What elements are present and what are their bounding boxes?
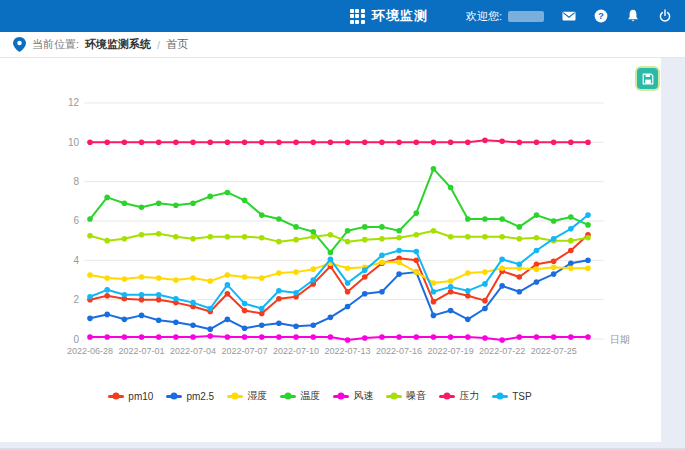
data-point[interactable] [242,140,248,146]
data-point[interactable] [568,248,574,254]
data-point[interactable] [87,272,93,278]
data-point[interactable] [517,261,523,267]
data-point[interactable] [293,140,299,146]
data-point[interactable] [328,250,334,256]
data-point[interactable] [465,317,471,323]
data-point[interactable] [431,166,437,172]
data-point[interactable] [345,239,351,245]
data-point[interactable] [345,280,351,286]
data-point[interactable] [276,216,282,222]
data-point[interactable] [122,276,128,282]
data-point[interactable] [328,140,334,146]
legend-item-TSP[interactable]: TSP [492,391,531,402]
data-point[interactable] [499,139,505,145]
data-point[interactable] [207,333,213,339]
data-point[interactable] [87,316,93,322]
data-point[interactable] [534,212,540,218]
data-point[interactable] [259,322,265,328]
data-point[interactable] [190,300,196,306]
data-point[interactable] [310,229,316,235]
data-point[interactable] [139,232,145,238]
data-point[interactable] [448,140,454,146]
data-point[interactable] [568,334,574,340]
data-point[interactable] [551,236,557,242]
data-point[interactable] [310,334,316,340]
data-point[interactable] [465,140,471,146]
data-point[interactable] [173,277,179,283]
data-point[interactable] [345,304,351,310]
data-point[interactable] [379,259,385,265]
data-point[interactable] [276,334,282,340]
data-point[interactable] [362,335,368,341]
data-point[interactable] [139,292,145,298]
data-point[interactable] [396,334,402,340]
data-point[interactable] [173,234,179,240]
data-point[interactable] [293,269,299,275]
data-point[interactable] [534,140,540,146]
legend-item-pm10[interactable]: pm10 [108,391,153,402]
legend-item-风速[interactable]: 风速 [333,389,373,403]
data-point[interactable] [87,216,93,222]
legend-item-pm2.5[interactable]: pm2.5 [166,391,214,402]
data-point[interactable] [465,216,471,222]
data-point[interactable] [362,291,368,297]
data-point[interactable] [242,308,248,314]
data-point[interactable] [396,140,402,146]
data-point[interactable] [310,277,316,283]
data-point[interactable] [225,190,231,196]
data-point[interactable] [534,261,540,267]
data-point[interactable] [104,287,110,293]
data-point[interactable] [465,288,471,294]
data-point[interactable] [190,236,196,242]
data-point[interactable] [139,297,145,303]
data-point[interactable] [139,274,145,280]
data-point[interactable] [242,301,248,307]
data-point[interactable] [362,140,368,146]
data-point[interactable] [190,200,196,206]
data-point[interactable] [242,198,248,204]
data-point[interactable] [482,269,488,275]
data-point[interactable] [482,306,488,312]
data-point[interactable] [517,289,523,295]
data-point[interactable] [259,311,265,317]
data-point[interactable] [104,312,110,318]
data-point[interactable] [207,278,213,284]
data-point[interactable] [87,294,93,300]
data-point[interactable] [585,212,591,218]
data-point[interactable] [156,200,162,206]
data-point[interactable] [482,298,488,304]
data-point[interactable] [310,234,316,240]
data-point[interactable] [345,289,351,295]
data-point[interactable] [499,265,505,271]
series-压力[interactable] [87,138,591,146]
data-point[interactable] [482,216,488,222]
data-point[interactable] [379,253,385,259]
app-logo[interactable]: 环境监测 [350,7,428,25]
data-point[interactable] [499,257,505,263]
data-point[interactable] [190,334,196,340]
data-point[interactable] [104,238,110,244]
legend-item-温度[interactable]: 温度 [280,389,320,403]
data-point[interactable] [225,234,231,240]
data-point[interactable] [293,334,299,340]
data-point[interactable] [276,140,282,146]
legend-item-湿度[interactable]: 湿度 [227,389,267,403]
data-point[interactable] [190,322,196,328]
data-point[interactable] [156,318,162,324]
data-point[interactable] [225,140,231,146]
data-point[interactable] [585,222,591,228]
data-point[interactable] [122,317,128,323]
data-point[interactable] [413,334,419,340]
data-point[interactable] [122,236,128,242]
data-point[interactable] [534,235,540,241]
series-温度[interactable] [87,166,591,255]
data-point[interactable] [568,260,574,266]
data-point[interactable] [345,265,351,271]
bell-icon[interactable] [624,8,641,25]
data-point[interactable] [345,140,351,146]
data-point[interactable] [379,289,385,295]
data-point[interactable] [585,265,591,271]
data-point[interactable] [448,334,454,340]
data-point[interactable] [568,214,574,220]
data-point[interactable] [328,257,334,263]
